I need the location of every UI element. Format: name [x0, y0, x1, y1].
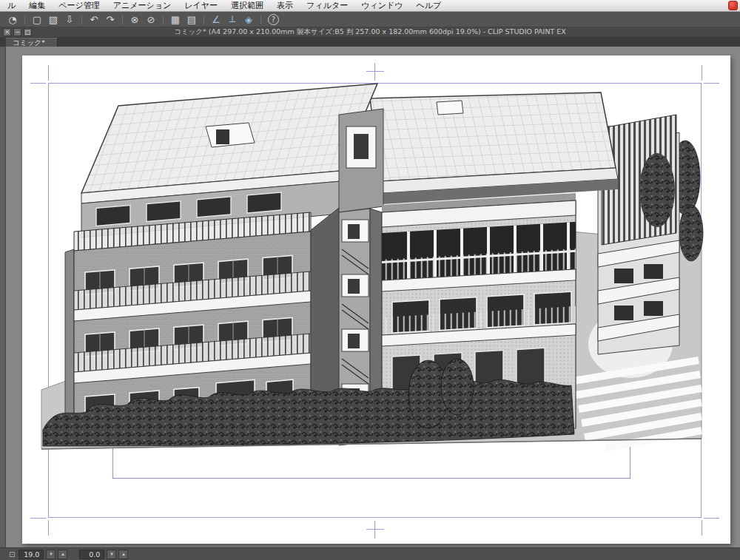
grid-icon[interactable]: ▦: [168, 13, 183, 26]
fit-screen-icon[interactable]: ⊡: [9, 550, 15, 559]
rotation-value-field[interactable]: 0.0: [79, 550, 104, 559]
snap-ruler-icon[interactable]: ∠: [209, 13, 223, 26]
toolbar-separator: [204, 15, 204, 24]
maximize-window-button[interactable]: □: [24, 28, 32, 36]
window-controls: × − □: [3, 28, 32, 37]
rotate-ccw-button[interactable]: ▾: [107, 550, 116, 559]
menu-bar: ル 編集 ページ管理 アニメーション レイヤー 選択範囲 表示 フィルター ウィ…: [0, 0, 740, 12]
clear-selection-icon[interactable]: ⊘: [144, 13, 158, 26]
delete-icon[interactable]: ⊗: [127, 13, 142, 26]
menu-animation[interactable]: アニメーション: [107, 0, 178, 12]
close-window-button[interactable]: ×: [3, 28, 11, 36]
hedge-right: [679, 205, 703, 261]
menu-file-partial[interactable]: ル: [1, 0, 22, 12]
right-roof: [370, 92, 618, 204]
toolbar-separator: [24, 15, 25, 24]
save-document-icon[interactable]: ⇩: [62, 13, 77, 26]
new-document-icon[interactable]: ▢: [30, 13, 44, 26]
document-tab-bar: コミック*: [0, 38, 740, 47]
toolbar-separator: [81, 15, 82, 24]
minimize-window-button[interactable]: −: [13, 28, 21, 36]
guide-icon[interactable]: ▤: [184, 13, 199, 26]
open-document-icon[interactable]: ▧: [46, 13, 61, 26]
document-title-text: コミック* (A4 297.00 x 210.00mm 製本サイズ:B5 判 2…: [174, 27, 566, 37]
zoom-in-button[interactable]: ▴: [58, 550, 67, 559]
zoom-value-field[interactable]: 19.0: [18, 550, 44, 559]
zoom-out-button[interactable]: ▾: [46, 550, 56, 559]
tree-front: [441, 359, 474, 415]
app-badge-icon[interactable]: [728, 1, 738, 10]
menu-view[interactable]: 表示: [270, 0, 300, 12]
document-title-bar: × − □ コミック* (A4 297.00 x 210.00mm 製本サイズ:…: [0, 27, 740, 38]
menu-edit[interactable]: 編集: [22, 0, 52, 12]
clip-studio-logo-icon[interactable]: ◔: [5, 13, 20, 26]
redo-icon[interactable]: ↷: [103, 13, 118, 26]
menu-selection[interactable]: 選択範囲: [224, 0, 270, 12]
undo-icon[interactable]: ↶: [87, 13, 101, 26]
toolbar-separator: [163, 15, 164, 24]
toolbar-separator: [122, 15, 123, 24]
menu-page-management[interactable]: ページ管理: [52, 0, 107, 12]
canvas-area[interactable]: [6, 47, 740, 547]
menu-layer[interactable]: レイヤー: [178, 0, 224, 12]
menu-filter[interactable]: フィルター: [300, 0, 354, 12]
building-illustration: [22, 55, 730, 544]
document-page[interactable]: [22, 55, 730, 544]
status-bar: ⊡ 19.0 ▾ ▴ 0.0 ▾ ▴: [0, 547, 740, 560]
command-bar: ◔ ▢ ▧ ⇩ ↶ ↷ ⊗ ⊘ ▦ ▤ ∠ ⟂ ◈ ?: [0, 12, 740, 27]
snap-perspective-icon[interactable]: ⟂: [225, 13, 240, 26]
toolbar-separator: [260, 15, 261, 24]
menu-help[interactable]: ヘルプ: [409, 0, 448, 12]
document-tab[interactable]: コミック*: [6, 38, 58, 47]
help-icon[interactable]: ?: [268, 14, 279, 25]
rotate-cw-button[interactable]: ▴: [118, 550, 128, 559]
collapsed-palette-strip[interactable]: [0, 47, 6, 547]
snap-grid-icon[interactable]: ◈: [241, 13, 256, 26]
menu-window[interactable]: ウィンドウ: [354, 0, 409, 12]
app-window: ル 編集 ページ管理 アニメーション レイヤー 選択範囲 表示 フィルター ウィ…: [0, 0, 740, 560]
document-tab-label: コミック*: [13, 38, 45, 47]
